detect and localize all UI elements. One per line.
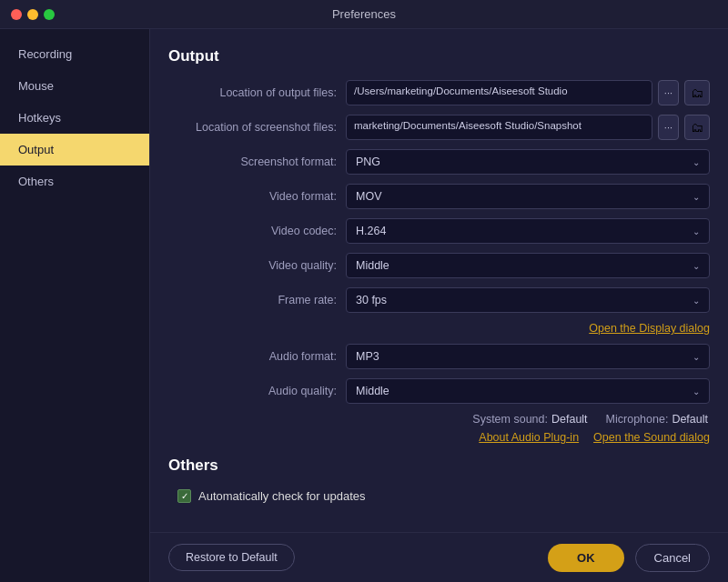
chevron-down-icon-4: ⌄: [693, 261, 700, 271]
traffic-lights: [11, 9, 55, 20]
microphone-item: Microphone: Default: [606, 413, 708, 426]
video-quality-control: Middle ⌄: [346, 253, 710, 278]
ok-button[interactable]: OK: [548, 544, 624, 572]
audio-format-label: Audio format:: [168, 350, 346, 363]
audio-format-row: Audio format: MP3 ⌄: [168, 344, 710, 369]
system-sound-info-row: System sound: Default Microphone: Defaul…: [168, 413, 710, 426]
output-location-folder-button[interactable]: 🗂: [684, 80, 710, 105]
audio-quality-control: Middle ⌄: [346, 378, 710, 404]
screenshot-format-control: PNG ⌄: [346, 149, 710, 175]
open-display-dialog-link[interactable]: Open the Display dialog: [589, 322, 710, 335]
output-location-control: /Users/marketing/Documents/Aiseesoft Stu…: [346, 80, 710, 105]
audio-links-row: About Audio Plug-in Open the Sound dialo…: [168, 431, 710, 444]
folder-icon: 🗂: [691, 85, 703, 100]
audio-format-select[interactable]: MP3 ⌄: [346, 344, 710, 369]
audio-format-control: MP3 ⌄: [346, 344, 710, 369]
video-codec-control: H.264 ⌄: [346, 218, 710, 244]
screenshot-format-value: PNG: [356, 156, 380, 168]
open-sound-dialog-link[interactable]: Open the Sound dialog: [593, 431, 710, 444]
screenshot-location-ellipsis-button[interactable]: ···: [658, 115, 679, 140]
frame-rate-select[interactable]: 30 fps ⌄: [346, 287, 710, 313]
microphone-label: Microphone:: [606, 413, 669, 426]
auto-check-checkbox[interactable]: ✓: [177, 489, 191, 503]
video-quality-row: Video quality: Middle ⌄: [168, 253, 710, 278]
chevron-down-icon-5: ⌄: [693, 296, 700, 306]
screenshot-location-row: Location of screenshot files: marketing/…: [168, 115, 710, 140]
sidebar-item-recording[interactable]: Recording: [0, 38, 149, 70]
output-location-input[interactable]: /Users/marketing/Documents/Aiseesoft Stu…: [346, 80, 652, 105]
video-format-value: MOV: [356, 190, 381, 203]
audio-quality-select[interactable]: Middle ⌄: [346, 378, 710, 404]
video-format-row: Video format: MOV ⌄: [168, 184, 710, 209]
sidebar: Recording Mouse Hotkeys Output Others: [0, 29, 150, 582]
system-sound-value: Default: [551, 413, 588, 426]
video-codec-row: Video codec: H.264 ⌄: [168, 218, 710, 244]
auto-check-updates-row: ✓ Automatically check for updates: [168, 489, 710, 503]
frame-rate-control: 30 fps ⌄: [346, 287, 710, 313]
folder-icon-2: 🗂: [691, 120, 703, 135]
chevron-down-icon-6: ⌄: [693, 352, 700, 362]
audio-section: Audio format: MP3 ⌄ Audio quality: Middl…: [168, 344, 710, 444]
sidebar-item-hotkeys[interactable]: Hotkeys: [0, 102, 149, 134]
frame-rate-value: 30 fps: [356, 294, 387, 306]
output-location-ellipsis-button[interactable]: ···: [658, 80, 679, 105]
screenshot-format-select[interactable]: PNG ⌄: [346, 149, 710, 175]
chevron-down-icon-7: ⌄: [693, 386, 700, 396]
frame-rate-label: Frame rate:: [168, 294, 346, 306]
audio-quality-label: Audio quality:: [168, 385, 346, 397]
maximize-button[interactable]: [44, 9, 55, 20]
frame-rate-row: Frame rate: 30 fps ⌄: [168, 287, 710, 313]
system-sound-label: System sound:: [472, 413, 548, 426]
audio-quality-value: Middle: [356, 385, 389, 397]
others-section-title: Others: [168, 457, 710, 475]
bottom-bar: Restore to Default OK Cancel: [150, 532, 728, 582]
video-codec-value: H.264: [356, 225, 386, 237]
output-location-row: Location of output files: /Users/marketi…: [168, 80, 710, 105]
output-section-title: Output: [168, 47, 710, 65]
video-format-select[interactable]: MOV ⌄: [346, 184, 710, 209]
chevron-down-icon: ⌄: [693, 157, 700, 167]
content-area: Output Location of output files: /Users/…: [150, 29, 728, 582]
video-quality-value: Middle: [356, 259, 389, 272]
audio-quality-row: Audio quality: Middle ⌄: [168, 378, 710, 404]
restore-default-button[interactable]: Restore to Default: [168, 544, 295, 571]
chevron-down-icon-2: ⌄: [693, 192, 700, 202]
chevron-down-icon-3: ⌄: [693, 226, 700, 236]
checkmark-icon: ✓: [181, 492, 188, 501]
screenshot-format-label: Screenshot format:: [168, 156, 346, 168]
sidebar-item-others[interactable]: Others: [0, 166, 149, 197]
others-section: Others ✓ Automatically check for updates: [168, 457, 710, 503]
video-quality-label: Video quality:: [168, 259, 346, 272]
output-location-label: Location of output files:: [168, 86, 346, 99]
video-format-control: MOV ⌄: [346, 184, 710, 209]
video-codec-select[interactable]: H.264 ⌄: [346, 218, 710, 244]
cancel-button[interactable]: Cancel: [635, 544, 710, 572]
minimize-button[interactable]: [27, 9, 38, 20]
display-dialog-link-row: Open the Display dialog: [168, 322, 710, 335]
video-format-label: Video format:: [168, 190, 346, 203]
system-sound-item: System sound: Default: [472, 413, 587, 426]
screenshot-location-control: marketing/Documents/Aiseesoft Studio/Sna…: [346, 115, 710, 140]
main-layout: Recording Mouse Hotkeys Output Others Ou…: [0, 29, 728, 582]
action-buttons: OK Cancel: [548, 544, 710, 572]
screenshot-location-folder-button[interactable]: 🗂: [684, 115, 710, 140]
sidebar-item-mouse[interactable]: Mouse: [0, 70, 149, 102]
sidebar-item-output[interactable]: Output: [0, 134, 149, 166]
audio-format-value: MP3: [356, 350, 379, 363]
screenshot-location-input[interactable]: marketing/Documents/Aiseesoft Studio/Sna…: [346, 115, 652, 140]
screenshot-format-row: Screenshot format: PNG ⌄: [168, 149, 710, 175]
video-codec-label: Video codec:: [168, 225, 346, 237]
microphone-value: Default: [672, 413, 708, 426]
auto-check-label: Automatically check for updates: [198, 489, 366, 503]
screenshot-location-label: Location of screenshot files:: [168, 121, 346, 134]
title-bar: Preferences: [0, 0, 728, 29]
window-title: Preferences: [332, 7, 396, 21]
video-quality-select[interactable]: Middle ⌄: [346, 253, 710, 278]
close-button[interactable]: [11, 9, 22, 20]
about-audio-plugin-link[interactable]: About Audio Plug-in: [479, 431, 579, 444]
